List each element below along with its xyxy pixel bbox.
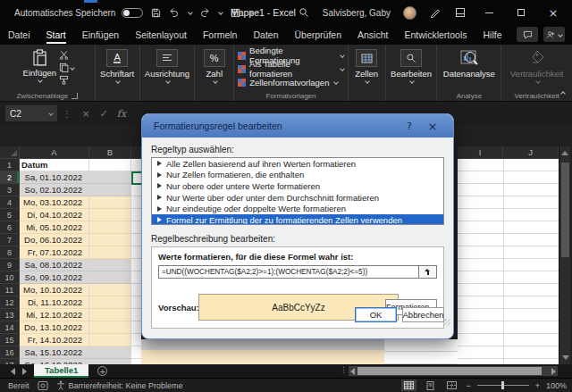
rule-type-item[interactable]: Nur Zellen formatieren, die enthalten	[152, 170, 443, 181]
ok-button[interactable]: OK	[355, 307, 397, 322]
cell-column-b[interactable]	[89, 321, 131, 334]
cell-column-c-sliver[interactable]	[131, 246, 141, 259]
ribbon-tab[interactable]: Entwicklertools	[396, 25, 475, 45]
horizontal-scrollbar[interactable]	[349, 366, 558, 376]
paste-button[interactable]: Einfügen	[20, 47, 59, 82]
column-header-a[interactable]: A	[20, 146, 89, 159]
number-menu-button[interactable]: % Zahl	[195, 47, 233, 83]
zoom-slider[interactable]	[477, 385, 529, 386]
rule-type-item[interactable]: Nur obere oder untere Werte formatieren	[152, 180, 443, 192]
cell-column-a[interactable]: Fr, 14.10.2022	[20, 334, 89, 346]
next-sheet-button[interactable]	[22, 368, 27, 375]
scroll-down-icon[interactable]	[562, 355, 569, 360]
cell-column-b[interactable]	[89, 296, 131, 309]
ribbon-tab[interactable]: Seitenlayout	[127, 25, 195, 45]
dialog-title-bar[interactable]: Formatierungsregel bearbeiten ? ×	[142, 114, 453, 138]
row-header[interactable]: 10	[0, 271, 20, 284]
cell-column-a[interactable]: Mi, 05.10.2022	[20, 221, 89, 234]
accessibility-status[interactable]: Barrierefreiheit: Keine Probleme	[56, 380, 183, 390]
sensitivity-button[interactable]: Vertraulichkeit	[501, 47, 572, 83]
cell-column-a[interactable]: Fr, 07.10.2022	[20, 246, 89, 259]
minimize-button[interactable]	[479, 0, 499, 25]
row-header[interactable]: 3	[0, 184, 20, 196]
cell-column-a[interactable]: Datum	[20, 159, 89, 171]
cell-column-a[interactable]: Do, 06.10.2022	[20, 234, 89, 246]
copy-button[interactable]	[59, 63, 74, 72]
cell-column-b[interactable]	[89, 221, 131, 234]
cell-column-b[interactable]	[89, 209, 131, 221]
cell-column-a[interactable]: Mo, 03.10.2022	[20, 196, 89, 209]
comments-button[interactable]	[517, 27, 538, 42]
cell-column-b[interactable]	[89, 184, 131, 196]
macro-record-button[interactable]	[38, 381, 48, 390]
row-header[interactable]: 16	[0, 346, 20, 359]
cell-column-b[interactable]	[89, 271, 131, 284]
ribbon-tab[interactable]: Überprüfen	[287, 25, 350, 45]
cell-column-a[interactable]: Do, 13.10.2022	[20, 321, 89, 334]
column-header-j[interactable]: J	[503, 146, 559, 159]
ribbon-tab[interactable]: Einfügen	[74, 25, 127, 45]
styles-menu-button[interactable]: Zellenformatvorlagen	[234, 76, 341, 89]
cell-column-b[interactable]	[89, 309, 131, 321]
ribbon-tab[interactable]: Ansicht	[349, 25, 396, 45]
row-header[interactable]: 14	[0, 321, 20, 334]
ink-pen-icon[interactable]	[429, 6, 442, 19]
cell-column-c-sliver[interactable]	[131, 234, 141, 246]
page-break-view-button[interactable]	[444, 379, 459, 391]
rule-type-item[interactable]: Alle Zellen basierend auf ihren Werten f…	[152, 158, 443, 170]
cells-menu-button[interactable]: Zellen	[349, 47, 385, 83]
cell-column-c-sliver[interactable]	[131, 296, 141, 309]
undo-dropdown[interactable]	[189, 10, 194, 15]
cell-column-c-sliver[interactable]	[131, 334, 141, 346]
cell-column-a[interactable]: Di, 04.10.2022	[20, 209, 89, 221]
cell-column-a[interactable]: Mo, 10.10.2022	[20, 284, 89, 296]
formula-input[interactable]: =UND((WOCHENTAG($A2;2)>=1);(WOCHENTAG($A…	[158, 265, 419, 279]
save-button[interactable]	[149, 6, 162, 19]
column-header-c-sliver[interactable]	[131, 146, 141, 159]
insert-function-button[interactable]: fx	[113, 108, 130, 120]
cancel-dialog-button[interactable]: Abbrechen	[402, 307, 444, 322]
ribbon-tab[interactable]: Daten	[245, 25, 286, 45]
cell-column-c-sliver[interactable]	[131, 271, 141, 284]
undo-button[interactable]	[168, 6, 181, 19]
share-button[interactable]	[543, 27, 565, 42]
cell-column-a[interactable]: Di, 11.10.2022	[20, 296, 89, 309]
zoom-slider-thumb[interactable]	[501, 381, 504, 389]
sheet-tab-tabelle1[interactable]: Tabelle1	[34, 364, 88, 378]
clipboard-dialog-launcher[interactable]	[72, 93, 78, 99]
user-avatar[interactable]	[403, 6, 416, 20]
cell-column-b[interactable]	[89, 234, 131, 246]
row-header[interactable]: 7	[0, 234, 20, 246]
cell-column-b[interactable]	[89, 259, 131, 271]
cell-column-a[interactable]: Mi, 12.10.2022	[20, 309, 89, 321]
ribbon-tab[interactable]: Formeln	[195, 25, 246, 45]
zoom-in-button[interactable]: +	[535, 381, 540, 390]
row-header[interactable]: 1	[0, 159, 20, 171]
tab-bar-resize-handle[interactable]: ⋮	[340, 365, 348, 374]
cell-column-c-sliver[interactable]	[131, 159, 141, 171]
cell-column-a[interactable]: Sa, 15.10.2022	[20, 346, 89, 359]
zoom-out-button[interactable]: −	[466, 381, 470, 390]
user-name[interactable]: Salvisberg, Gaby	[323, 8, 391, 18]
cell-column-a[interactable]: So, 09.10.2022	[20, 271, 89, 284]
collapse-dialog-button[interactable]	[418, 265, 437, 279]
cell-column-c-sliver[interactable]	[131, 321, 141, 334]
redo-dropdown[interactable]	[219, 10, 224, 15]
name-box[interactable]: C2	[5, 105, 57, 121]
cell-column-b[interactable]	[89, 159, 131, 171]
add-sheet-button[interactable]: +	[97, 366, 107, 376]
normal-view-button[interactable]	[401, 379, 416, 391]
ribbon-display-options-icon[interactable]	[454, 6, 467, 19]
cell-column-a[interactable]: Sa, 01.10.2022	[20, 171, 89, 184]
cell-column-a[interactable]: Sa, 08.10.2022	[20, 259, 89, 271]
cut-button[interactable]	[59, 50, 74, 60]
ribbon-tab[interactable]: Datei	[0, 25, 38, 45]
autosave-toggle[interactable]	[122, 8, 143, 18]
styles-menu-button[interactable]: Als Tabelle formatieren	[234, 63, 348, 76]
scroll-left-icon[interactable]	[350, 368, 355, 375]
row-header[interactable]: 2	[0, 171, 20, 184]
editing-menu-button[interactable]: Bearbeiten	[386, 47, 437, 83]
cell-column-c-sliver[interactable]	[131, 346, 141, 359]
rule-type-item[interactable]: Nur eindeutige oder doppelte Werte forma…	[152, 203, 443, 214]
cell-column-c-sliver[interactable]	[131, 284, 141, 296]
